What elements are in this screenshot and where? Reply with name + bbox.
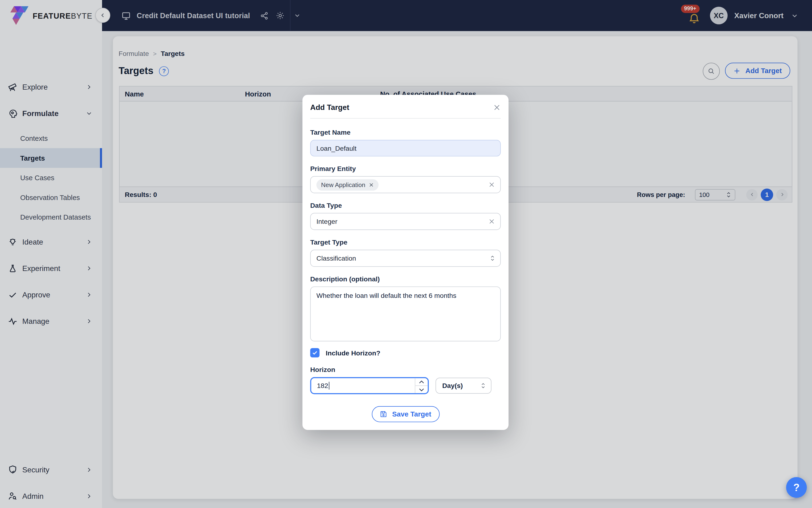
description-label: Description (optional)	[310, 275, 501, 283]
target-name-field-wrap	[310, 140, 501, 156]
primary-entity-field[interactable]: New Application	[310, 176, 501, 193]
target-name-input[interactable]	[316, 144, 485, 152]
horizon-unit-select[interactable]: Day(s)	[436, 378, 491, 394]
target-name-label: Target Name	[310, 129, 501, 136]
save-icon	[379, 410, 388, 418]
dialog-title: Add Target	[310, 103, 349, 111]
description-textarea[interactable]: Whether the loan will default the next 6…	[316, 292, 495, 336]
close-icon[interactable]	[493, 103, 501, 111]
text-cursor	[329, 382, 329, 390]
include-horizon-checkbox[interactable]	[310, 348, 320, 357]
target-type-label: Target Type	[310, 238, 501, 246]
save-target-button[interactable]: Save Target	[371, 406, 440, 422]
include-horizon-label: Include Horizon?	[326, 349, 380, 356]
help-fab-button[interactable]: ?	[786, 477, 807, 498]
clear-field-icon[interactable]	[488, 181, 495, 188]
horizon-label: Horizon	[310, 366, 501, 374]
select-stepper-icon	[481, 382, 486, 389]
target-type-select[interactable]: Classification	[310, 250, 501, 267]
clear-field-icon[interactable]	[488, 218, 495, 225]
featurebyte-app: Credit Default Dataset UI tutorial 999+	[0, 0, 812, 508]
number-spinner	[415, 378, 428, 393]
data-type-label: Data Type	[310, 201, 501, 209]
data-type-input[interactable]	[316, 218, 485, 225]
horizon-value[interactable]: 182	[317, 382, 328, 390]
description-field-wrap: Whether the loan will default the next 6…	[310, 287, 501, 341]
select-stepper-icon	[490, 255, 495, 262]
entity-chip: New Application	[316, 179, 379, 190]
chip-remove-icon[interactable]	[369, 182, 374, 187]
spinner-up-icon[interactable]	[415, 378, 428, 385]
primary-entity-label: Primary Entity	[310, 165, 501, 172]
add-target-dialog: Add Target Target Name Primary Entity Ne…	[303, 95, 508, 430]
data-type-field-wrap	[310, 213, 501, 230]
horizon-number-field: 182	[310, 377, 429, 394]
spinner-down-icon[interactable]	[415, 385, 428, 393]
